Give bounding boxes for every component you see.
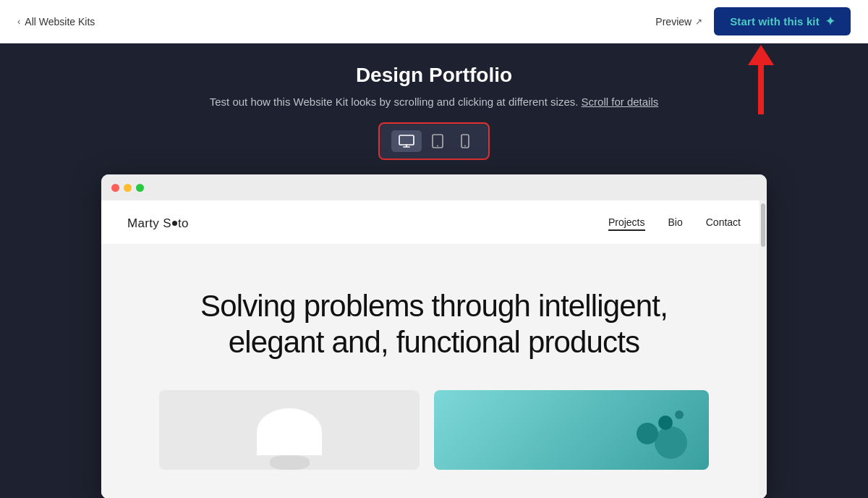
kit-subtitle: Test out how this Website Kit looks by s… (210, 96, 659, 108)
svg-rect-0 (399, 135, 414, 145)
browser-scrollbar[interactable] (760, 201, 767, 498)
browser-minimize-dot (124, 184, 132, 192)
teal-ball-medium (637, 423, 658, 444)
teal-ball-tiny (675, 410, 684, 419)
desktop-device-button[interactable] (391, 130, 422, 152)
mobile-icon (461, 134, 469, 148)
project-card-2[interactable] (434, 390, 709, 470)
logo-dot (172, 221, 177, 226)
chevron-left-icon: ‹ (17, 16, 20, 27)
preview-link[interactable]: Preview ↗ (655, 16, 702, 28)
start-label: Start with this kit (730, 15, 820, 28)
svg-point-4 (464, 145, 466, 147)
back-label: All Website Kits (25, 16, 95, 28)
site-nav-bio[interactable]: Bio (668, 216, 683, 231)
scroll-for-details-link[interactable]: Scroll for details (582, 96, 659, 108)
device-selector (378, 122, 490, 160)
top-navigation: ‹ All Website Kits Preview ↗ Start with … (0, 0, 868, 43)
svg-point-2 (437, 145, 438, 147)
main-preview-area: Design Portfolio Test out how this Websi… (0, 43, 868, 498)
browser-preview-frame: Marty Sto Projects Bio Contact Solving p… (101, 174, 767, 498)
sculpture-shape-top (257, 408, 322, 455)
browser-maximize-dot (136, 184, 144, 192)
site-navigation: Marty Sto Projects Bio Contact (101, 201, 767, 245)
kit-title: Design Portfolio (356, 64, 512, 87)
site-nav-contact[interactable]: Contact (706, 216, 741, 231)
browser-titlebar (101, 174, 767, 201)
tablet-icon (432, 134, 443, 148)
preview-label: Preview (655, 16, 692, 28)
site-logo: Marty Sto (127, 216, 189, 231)
site-nav-links: Projects Bio Contact (608, 216, 741, 231)
site-projects-row (130, 390, 738, 470)
site-hero-title: Solving problems through intelligent, el… (181, 288, 687, 361)
site-nav-projects[interactable]: Projects (608, 216, 645, 231)
sparkle-icon: ✦ (825, 14, 835, 28)
teal-ball-small (658, 415, 673, 430)
site-preview-content: Marty Sto Projects Bio Contact Solving p… (101, 201, 767, 498)
tablet-device-button[interactable] (425, 130, 451, 153)
browser-close-dot (111, 184, 119, 192)
start-with-kit-button[interactable]: Start with this kit ✦ (714, 7, 851, 35)
mobile-device-button[interactable] (454, 130, 477, 153)
subtitle-text: Test out how this Website Kit looks by s… (210, 96, 579, 108)
site-hero-section: Solving problems through intelligent, el… (101, 245, 767, 498)
back-to-kits-link[interactable]: ‹ All Website Kits (17, 16, 95, 28)
desktop-icon (399, 135, 414, 148)
external-link-icon: ↗ (695, 17, 702, 27)
teal-ball-large (655, 426, 687, 459)
project-card-1[interactable] (159, 390, 420, 470)
scrollbar-thumb (761, 203, 765, 247)
sculpture-shape-base (270, 455, 310, 470)
nav-right-actions: Preview ↗ Start with this kit ✦ (655, 7, 851, 35)
